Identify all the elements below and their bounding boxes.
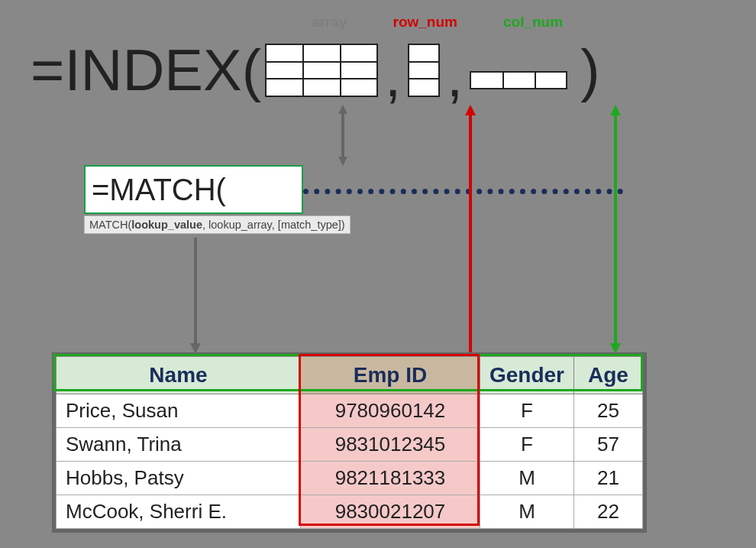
table-row: McCook, Sherri E.9830021207M22 <box>57 495 643 529</box>
data-table: Name Emp ID Gender Age Price, Susan97809… <box>56 356 643 529</box>
match-formula-box: =MATCH( MATCH(lookup_value, lookup_array… <box>84 165 351 234</box>
svg-marker-13 <box>338 157 347 166</box>
label-col-num: col_num <box>503 14 563 31</box>
match-cell-input: =MATCH( <box>84 165 303 214</box>
equals-sign: = <box>31 37 64 103</box>
th-gender: Gender <box>480 357 574 394</box>
th-name: Name <box>57 357 301 394</box>
comma: , <box>444 43 466 109</box>
table-header-row: Name Emp ID Gender Age <box>57 357 643 394</box>
fn-name: INDEX <box>64 37 241 103</box>
svg-rect-8 <box>470 72 567 89</box>
index-formula: =INDEX( , , ) <box>31 37 600 103</box>
svg-marker-20 <box>610 105 621 115</box>
arrow-col-icon <box>609 105 622 354</box>
th-age: Age <box>574 357 643 394</box>
arrow-match-elbow-icon <box>186 233 205 354</box>
match-text: =MATCH( <box>92 173 226 207</box>
array-grid-icon <box>264 43 379 98</box>
data-table-wrap: Name Emp ID Gender Age Price, Susan97809… <box>52 352 647 533</box>
svg-marker-17 <box>465 105 476 115</box>
arrow-array-icon <box>337 105 349 166</box>
table-row: Hobbs, Patsy9821181333M21 <box>57 462 643 495</box>
svg-rect-5 <box>409 44 439 96</box>
paren-close: ) <box>580 37 599 103</box>
col-grid-icon <box>469 70 568 90</box>
svg-rect-0 <box>266 44 377 96</box>
table-row: Price, Susan9780960142F25 <box>57 394 643 428</box>
row-grid-icon <box>407 43 441 98</box>
label-array: array <box>312 14 347 31</box>
th-emp: Emp ID <box>301 357 480 394</box>
label-row-num: row_num <box>393 14 457 31</box>
match-tooltip: MATCH(lookup_value, lookup_array, [match… <box>84 216 351 234</box>
arrow-row-icon <box>464 105 477 386</box>
paren-open: ( <box>242 37 261 103</box>
table-row: Swann, Trina9831012345F57 <box>57 428 643 462</box>
comma: , <box>382 43 404 109</box>
svg-marker-12 <box>338 105 347 114</box>
param-labels: array row_num col_num <box>312 14 563 31</box>
